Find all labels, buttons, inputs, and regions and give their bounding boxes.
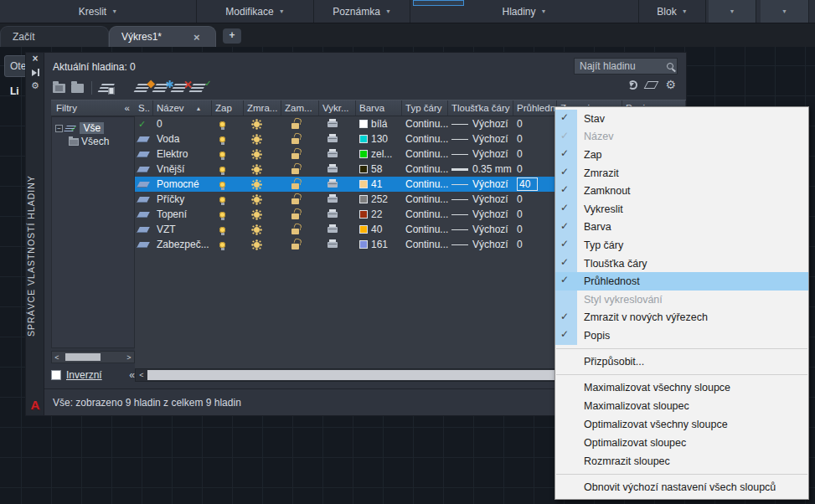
- new-group-filter-icon[interactable]: [71, 84, 84, 93]
- menu-item-zmrazit-v-nov-ch-v-ezech[interactable]: ✓Zmrazit v nových výřezech: [555, 309, 808, 327]
- color-swatch[interactable]: [359, 210, 368, 219]
- filter-tree-root-row[interactable]: − ✓ Vše: [55, 122, 134, 134]
- layer-plot-icon[interactable]: [328, 182, 338, 188]
- menu-item-zmrazit[interactable]: ✓Zmrazit: [555, 164, 808, 183]
- transparency-edit-field[interactable]: 40: [517, 177, 538, 191]
- menu-item-typ-ry[interactable]: ✓Typ čáry: [555, 236, 808, 255]
- menu-item-rozmrazit-sloupec[interactable]: Rozmrazit sloupec: [555, 452, 808, 471]
- menu-item-zap[interactable]: ✓Zap: [555, 146, 808, 164]
- new-tab-button[interactable]: +: [223, 28, 241, 44]
- ribbon-panel-blok[interactable]: Blok▼: [639, 0, 706, 23]
- layer-on-bulb-icon[interactable]: [219, 167, 225, 172]
- menu-item-p-izp-sobit-[interactable]: Přizpůsobit...: [555, 352, 808, 371]
- menu-item-obnovit-v-choz-nastaven-v-ech-sloupc-[interactable]: Obnovit výchozí nastavení všech sloupců: [555, 478, 808, 496]
- collapse-node-icon[interactable]: −: [55, 125, 63, 132]
- layer-on-bulb-icon[interactable]: [219, 136, 225, 142]
- layer-on-bulb-icon[interactable]: [219, 121, 225, 127]
- ribbon-overflow-button[interactable]: ▼: [709, 0, 756, 23]
- layer-plot-icon[interactable]: [328, 167, 338, 172]
- layer-thaw-sun-icon[interactable]: [254, 197, 260, 203]
- layer-plot-icon[interactable]: [328, 242, 338, 248]
- search-box[interactable]: [574, 58, 678, 75]
- layer-unlock-icon[interactable]: [291, 153, 299, 159]
- filter-all-label[interactable]: Vše: [80, 122, 104, 134]
- layer-unlock-icon[interactable]: [291, 198, 299, 204]
- layer-unlock-icon[interactable]: [291, 213, 299, 219]
- layer-status-icon[interactable]: [137, 242, 150, 248]
- color-swatch[interactable]: [359, 165, 368, 173]
- layer-thaw-sun-icon[interactable]: [254, 182, 260, 188]
- layer-thaw-sun-icon[interactable]: [254, 121, 260, 127]
- column-header-0[interactable]: S..: [135, 100, 153, 116]
- layer-thaw-sun-icon[interactable]: [254, 136, 260, 142]
- column-header-4[interactable]: Zam...: [281, 100, 319, 116]
- layer-unlock-icon[interactable]: [291, 123, 299, 129]
- column-header-5[interactable]: Vykr...: [319, 100, 356, 116]
- layer-unlock-icon[interactable]: [291, 168, 299, 174]
- color-swatch[interactable]: [359, 240, 368, 249]
- new-property-filter-icon[interactable]: [53, 84, 65, 93]
- layer-status-icon[interactable]: [137, 227, 150, 233]
- layer-plot-icon[interactable]: [328, 121, 338, 127]
- menu-item-stav[interactable]: ✓Stav: [555, 110, 808, 128]
- column-header-2[interactable]: Zap: [212, 100, 244, 116]
- ribbon-panel-modifikace[interactable]: Modifikace▼: [197, 0, 314, 23]
- menu-item-maximalizovat-sloupec[interactable]: Maximalizovat sloupec: [555, 397, 808, 415]
- layers-icon[interactable]: [644, 81, 659, 89]
- filter-tree-child-row[interactable]: Všech: [69, 136, 134, 147]
- menu-item-pr-hlednost[interactable]: ✓Průhlednost: [555, 272, 808, 291]
- color-swatch[interactable]: [359, 225, 368, 234]
- pin-icon[interactable]: [26, 66, 44, 80]
- column-header-3[interactable]: Zmra...: [244, 100, 281, 116]
- layer-status-icon[interactable]: [137, 136, 150, 142]
- column-header-1[interactable]: Název▲: [153, 100, 212, 116]
- ribbon-panel-poznámka[interactable]: Poznámka▼: [314, 0, 410, 23]
- color-swatch[interactable]: [359, 120, 368, 128]
- layer-thaw-sun-icon[interactable]: [254, 167, 260, 172]
- layer-status-icon[interactable]: [137, 197, 150, 203]
- new-layer-icon[interactable]: [133, 84, 151, 93]
- layer-on-bulb-icon[interactable]: [219, 152, 225, 157]
- menu-item-optimalizovat-v-echny-sloupce[interactable]: Optimalizovat všechny sloupce: [555, 415, 808, 434]
- scroll-right-icon[interactable]: >: [124, 353, 134, 362]
- layer-unlock-icon[interactable]: [291, 183, 299, 189]
- collapse-pane-icon[interactable]: «: [129, 369, 135, 381]
- layer-unlock-icon[interactable]: [291, 229, 299, 234]
- layer-unlock-icon[interactable]: [291, 138, 299, 144]
- refresh-icon[interactable]: [628, 80, 637, 90]
- color-swatch[interactable]: [359, 135, 368, 143]
- color-swatch[interactable]: [359, 150, 368, 158]
- scroll-left-icon[interactable]: <: [136, 371, 147, 379]
- filter-scrollbar[interactable]: < >: [51, 351, 135, 363]
- menu-item-zamknout[interactable]: ✓Zamknout: [555, 182, 808, 200]
- ribbon-panel-kreslit[interactable]: Kreslit▼: [0, 0, 197, 23]
- filter-scroll-thumb[interactable]: [65, 353, 101, 361]
- color-swatch[interactable]: [359, 180, 368, 188]
- layer-thaw-sun-icon[interactable]: [254, 227, 260, 233]
- layer-status-icon[interactable]: [137, 182, 150, 188]
- file-tab-vkres1[interactable]: Výkres1*×: [109, 26, 216, 47]
- layer-plot-icon[interactable]: [328, 136, 338, 142]
- layer-thaw-sun-icon[interactable]: [254, 242, 260, 248]
- search-input[interactable]: [580, 60, 667, 72]
- menu-item-barva[interactable]: ✓Barva: [555, 219, 808, 237]
- layer-on-bulb-icon[interactable]: [219, 182, 225, 188]
- properties-gear-icon[interactable]: ⚙: [26, 80, 44, 93]
- layer-plot-icon[interactable]: [328, 197, 338, 203]
- menu-item-tlou-ka-ry[interactable]: ✓Tloušťka čáry: [555, 255, 808, 273]
- close-tab-icon[interactable]: ×: [193, 31, 200, 44]
- layer-plot-icon[interactable]: [328, 212, 338, 218]
- layer-on-bulb-icon[interactable]: [219, 242, 225, 248]
- settings-gear-icon[interactable]: ⚙: [665, 80, 676, 90]
- filter-used-label[interactable]: Všech: [81, 136, 109, 147]
- column-header-8[interactable]: Tloušťka čáry: [448, 100, 513, 116]
- column-header-9[interactable]: Průhledn...: [513, 100, 557, 116]
- layer-states-icon[interactable]: [97, 84, 115, 93]
- layer-status-icon[interactable]: [137, 212, 150, 218]
- menu-item-vykreslit[interactable]: ✓Vykreslit: [555, 200, 808, 219]
- file-tab-zat[interactable]: Začít: [0, 26, 109, 47]
- layer-on-bulb-icon[interactable]: [219, 212, 225, 218]
- menu-item-optimalizovat-sloupec[interactable]: Optimalizovat sloupec: [555, 434, 808, 452]
- color-swatch[interactable]: [359, 195, 368, 203]
- close-icon[interactable]: ×: [26, 53, 44, 66]
